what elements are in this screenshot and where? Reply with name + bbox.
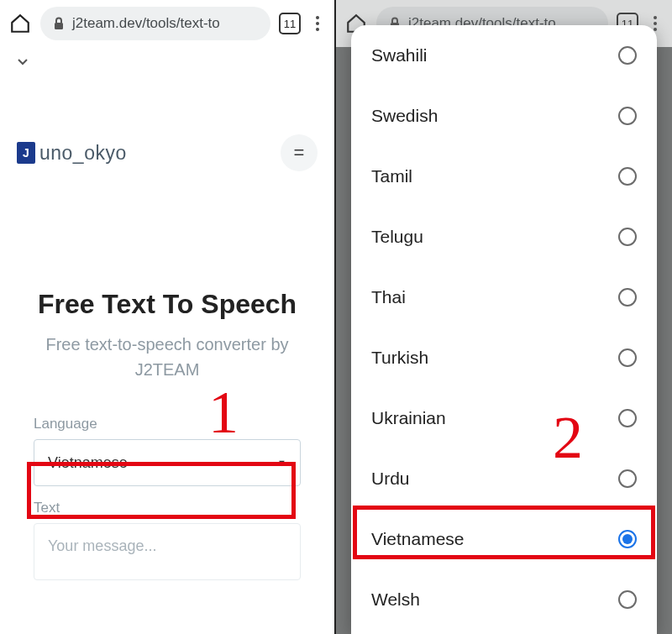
language-option[interactable]: Welsh bbox=[351, 569, 657, 630]
tab-count[interactable]: 11 bbox=[279, 13, 301, 34]
radio-icon bbox=[618, 348, 637, 367]
language-option[interactable]: Thai bbox=[351, 267, 657, 327]
lock-icon bbox=[52, 17, 66, 30]
language-picker-modal: SwahiliSwedishTamilTeluguThaiTurkishUkra… bbox=[351, 25, 657, 634]
message-placeholder: Your message... bbox=[48, 537, 156, 554]
language-select[interactable]: Vietnamese ▼ bbox=[34, 439, 301, 486]
language-option-label: Ukrainian bbox=[371, 408, 446, 428]
language-option-label: Swahili bbox=[371, 45, 428, 65]
radio-icon bbox=[618, 167, 637, 186]
radio-icon bbox=[618, 46, 637, 65]
language-option-label: Welsh bbox=[371, 589, 420, 610]
text-label: Text bbox=[34, 500, 301, 516]
radio-icon bbox=[618, 228, 637, 246]
language-option-label: Vietnamese bbox=[371, 529, 465, 549]
radio-icon bbox=[618, 469, 637, 488]
language-value: Vietnamese bbox=[48, 454, 128, 472]
language-option-label: Thai bbox=[371, 287, 406, 307]
language-option[interactable]: Swahili bbox=[351, 25, 657, 86]
message-textarea[interactable]: Your message... bbox=[34, 523, 301, 580]
chevron-down-icon bbox=[15, 54, 30, 69]
language-option[interactable]: Turkish bbox=[351, 327, 657, 388]
language-option-label: Tamil bbox=[371, 166, 412, 186]
svg-rect-0 bbox=[55, 23, 63, 29]
radio-icon bbox=[618, 288, 637, 307]
language-option[interactable]: Urdu bbox=[351, 448, 657, 509]
hamburger-button[interactable]: = bbox=[281, 134, 318, 171]
brand[interactable]: J uno_okyo bbox=[17, 142, 127, 165]
radio-icon bbox=[618, 409, 637, 427]
language-option-label: Telugu bbox=[371, 227, 423, 247]
brand-logo-icon: J bbox=[17, 142, 35, 164]
radio-selected-icon bbox=[618, 530, 637, 548]
language-option[interactable]: Tamil bbox=[351, 146, 657, 207]
menu-icon[interactable] bbox=[309, 16, 326, 31]
language-option[interactable]: Ukrainian bbox=[351, 388, 657, 448]
url-text: j2team.dev/tools/text-to bbox=[72, 15, 220, 32]
language-option-label: Turkish bbox=[371, 348, 428, 368]
page-subtitle: Free text-to-speech converter by J2TEAM bbox=[15, 332, 319, 382]
browser-toolbar: j2team.dev/tools/text-to 11 bbox=[0, 0, 334, 47]
radio-icon bbox=[618, 107, 637, 125]
home-icon[interactable] bbox=[8, 12, 32, 35]
equals-icon: = bbox=[294, 142, 305, 164]
language-label: Language bbox=[34, 416, 301, 432]
language-option-label: Urdu bbox=[371, 469, 410, 489]
language-option-label: Swedish bbox=[371, 106, 438, 126]
radio-icon bbox=[618, 590, 637, 609]
language-option[interactable]: Telugu bbox=[351, 207, 657, 267]
language-option[interactable]: Vietnamese bbox=[351, 509, 657, 569]
collapse-bar[interactable] bbox=[0, 47, 334, 76]
page-title: Free Text To Speech bbox=[15, 289, 319, 320]
caret-down-icon: ▼ bbox=[277, 458, 286, 468]
language-option[interactable]: Swedish bbox=[351, 86, 657, 146]
brand-text: uno_okyo bbox=[39, 142, 127, 165]
url-bar[interactable]: j2team.dev/tools/text-to bbox=[40, 7, 270, 40]
